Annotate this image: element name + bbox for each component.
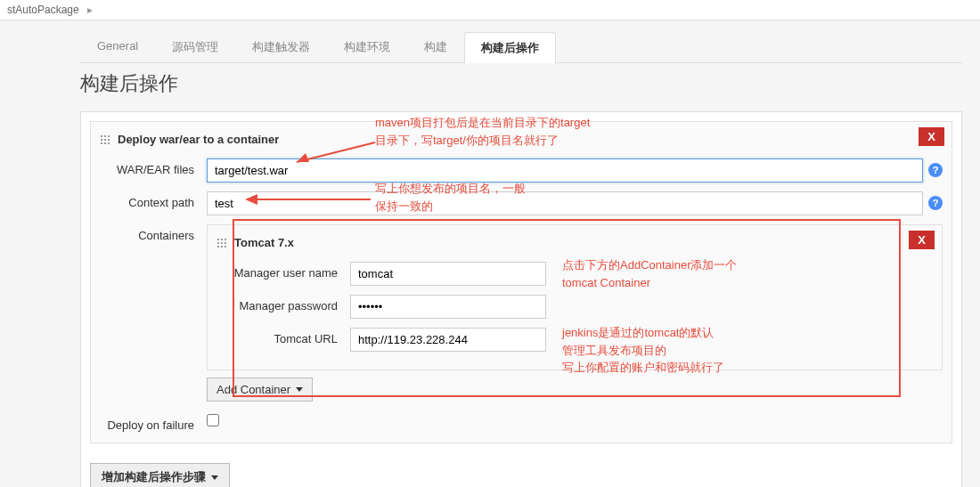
tab-environment[interactable]: 构建环境 [327,31,407,62]
help-icon[interactable]: ? [928,163,943,177]
context-path-input[interactable] [207,191,923,215]
tab-triggers[interactable]: 构建触发器 [235,31,327,62]
tomcat-url-input[interactable] [350,328,546,352]
war-files-label: WAR/EAR files [100,158,207,176]
deploy-failure-checkbox[interactable] [207,414,219,426]
caret-down-icon [296,387,303,392]
add-container-button[interactable]: Add Container [207,377,313,402]
containers-label: Containers [100,224,207,242]
tab-general[interactable]: General [80,31,155,62]
tomcat-header[interactable]: Tomcat 7.x [216,234,933,251]
drag-handle-icon[interactable] [100,134,110,145]
breadcrumb: stAutoPackage ▸ [0,0,980,20]
tab-build[interactable]: 构建 [407,31,464,62]
tomcat-url-label: Tomcat URL [216,328,350,345]
config-tabs: General 源码管理 构建触发器 构建环境 构建 构建后操作 [80,31,962,63]
tab-post-build[interactable]: 构建后操作 [464,32,556,63]
breadcrumb-separator: ▸ [87,4,93,16]
add-post-build-step-button[interactable]: 增加构建后操作步骤 [90,463,230,487]
add-container-label: Add Container [216,383,290,396]
add-step-label: 增加构建后操作步骤 [102,469,206,485]
close-deploy-button[interactable]: X [919,127,944,146]
war-files-input[interactable] [207,158,923,183]
tomcat-header-label: Tomcat 7.x [234,236,294,249]
breadcrumb-item[interactable]: stAutoPackage [7,4,79,16]
tomcat-container-block: X Tomcat 7.x Manager user name Manager p… [207,224,943,370]
tab-scm[interactable]: 源码管理 [155,31,235,62]
deploy-block: X Deploy war/ear to a container WAR/EAR … [90,121,952,443]
manager-user-input[interactable] [350,262,546,286]
deploy-header-label: Deploy war/ear to a container [118,133,279,146]
manager-user-label: Manager user name [216,262,350,280]
drag-handle-icon[interactable] [216,238,227,248]
section-title: 构建后操作 [80,70,962,97]
context-path-label: Context path [100,191,207,209]
deploy-failure-label: Deploy on failure [100,414,207,432]
manager-pass-input[interactable] [350,295,546,319]
form-outer: X Deploy war/ear to a container WAR/EAR … [80,111,962,487]
caret-down-icon [211,475,218,480]
deploy-header[interactable]: Deploy war/ear to a container [100,131,943,148]
close-container-button[interactable]: X [909,231,935,249]
manager-pass-label: Manager password [216,295,350,312]
help-icon[interactable]: ? [928,196,943,210]
